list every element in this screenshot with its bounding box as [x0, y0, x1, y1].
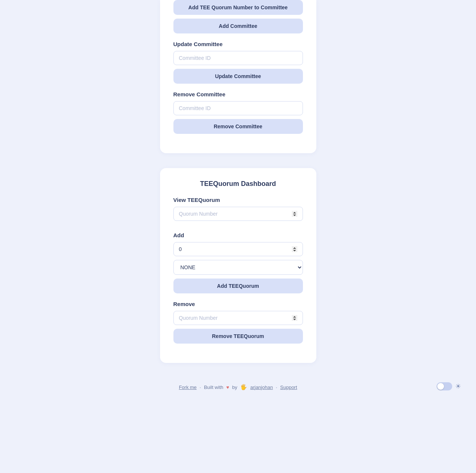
add-tee-quorum-section: Add NONE Add TEEQuorum [173, 232, 303, 293]
heart-icon: ♥ [226, 384, 229, 390]
remove-tee-quorum-button[interactable]: Remove TEEQuorum [173, 329, 303, 344]
top-partial-card: Add TEE Quorum Number to Committee Add C… [160, 0, 316, 153]
theme-toggle-switch[interactable] [437, 382, 452, 390]
built-with-text: Built with [204, 384, 223, 390]
remove-tee-quorum-label: Remove [173, 301, 303, 307]
top-buttons-section: Add TEE Quorum Number to Committee Add C… [173, 0, 303, 33]
toggle-knob [437, 383, 444, 390]
remove-committee-label: Remove Committee [173, 91, 303, 97]
update-committee-button[interactable]: Update Committee [173, 69, 303, 84]
page-container: Add TEE Quorum Number to Committee Add C… [0, 0, 476, 473]
view-tee-quorum-label: View TEEQuorum [173, 197, 303, 203]
tee-quorum-card: TEEQuorum Dashboard View TEEQuorum Add N… [160, 168, 316, 363]
view-quorum-number-input[interactable] [173, 207, 303, 221]
theme-toggle-container: ☀ [437, 382, 461, 390]
remove-committee-section: Remove Committee Remove Committee [173, 91, 303, 134]
remove-quorum-number-input[interactable] [173, 311, 303, 325]
remove-tee-quorum-section: Remove Remove TEEQuorum [173, 301, 303, 344]
add-tee-quorum-label: Add [173, 232, 303, 238]
add-tee-quorum-number-button[interactable]: Add TEE Quorum Number to Committee [173, 0, 303, 15]
add-quorum-type-select[interactable]: NONE [173, 260, 303, 275]
footer-dot-2: · [276, 384, 277, 390]
by-text: by [232, 384, 237, 390]
sun-icon: ☀ [455, 382, 461, 390]
remove-committee-id-input[interactable] [173, 101, 303, 115]
add-quorum-number-input[interactable] [173, 242, 303, 256]
support-link[interactable]: Support [280, 384, 297, 390]
footer-dot-1: · [199, 384, 201, 390]
update-committee-section: Update Committee Update Committee [173, 41, 303, 84]
add-committee-button[interactable]: Add Committee [173, 19, 303, 33]
remove-committee-button[interactable]: Remove Committee [173, 119, 303, 134]
author-link[interactable]: arjanjohan [250, 384, 273, 390]
update-committee-id-input[interactable] [173, 51, 303, 65]
wrench-icon: 🖐 [240, 384, 247, 390]
fork-me-link[interactable]: Fork me [179, 384, 197, 390]
footer: Fork me · Built with ♥ by 🖐 arjanjohan ·… [0, 384, 476, 390]
update-committee-label: Update Committee [173, 41, 303, 47]
tee-quorum-card-title: TEEQuorum Dashboard [173, 180, 303, 188]
add-tee-quorum-button[interactable]: Add TEEQuorum [173, 279, 303, 293]
view-tee-quorum-section: View TEEQuorum [173, 197, 303, 225]
